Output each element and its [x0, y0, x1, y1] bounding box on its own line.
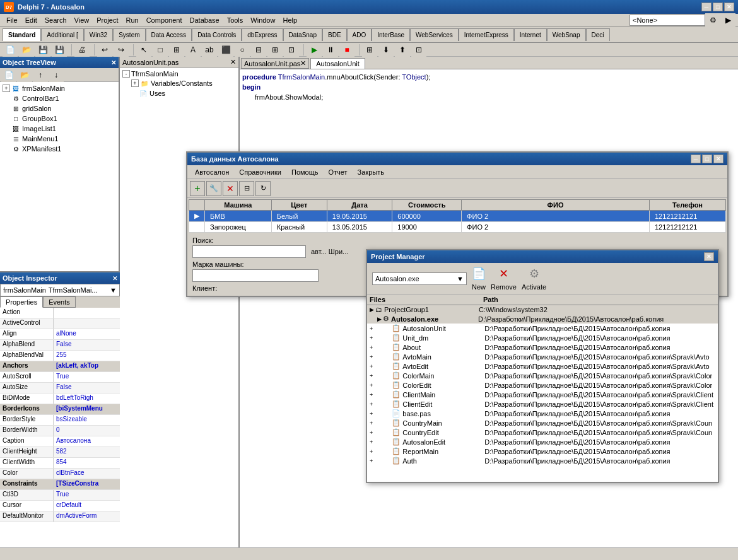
pm-file-expand-0[interactable]: + [370, 325, 373, 332]
pm-file-expand-5[interactable]: + [370, 373, 373, 379]
menu-run[interactable]: Run [122, 15, 142, 25]
tree-item-frmsalonmain[interactable]: + 🖼 frmSalonMain [1, 83, 117, 93]
menu-component[interactable]: Component [143, 15, 186, 25]
db-add-btn[interactable]: + [190, 181, 205, 196]
redo-btn[interactable]: ↪ [114, 43, 129, 57]
mirror-btn[interactable]: ⊞ [267, 43, 283, 57]
db-edit-btn[interactable]: 🔧 [206, 181, 221, 196]
pm-file-item-6[interactable]: +📋ColorEditD:\Разработки\Прикладное\БД\2… [367, 380, 718, 390]
pm-file-expand-2[interactable]: + [370, 344, 373, 351]
pm-close-btn[interactable]: ✕ [704, 252, 714, 261]
pm-file-item-7[interactable]: +📋ClientMainD:\Разработки\Прикладное\БД\… [367, 390, 718, 399]
db-nav-btn[interactable]: авт... Шри... [311, 248, 348, 255]
table-row-1[interactable]: Запорожец Красный 13.05.2015 19000 ФИО 2… [189, 222, 726, 233]
pm-file-expand-6[interactable]: + [370, 382, 373, 388]
pm-file-item-9[interactable]: +📄base.pasD:\Разработки\Прикладное\БД\20… [367, 409, 718, 418]
tab-dbexpress[interactable]: dbExpress [242, 28, 283, 41]
pm-file-item-10[interactable]: +📋CountryMainD:\Разработки\Прикладное\БД… [367, 418, 718, 428]
pm-file-item-4[interactable]: +📋AvtoEditD:\Разработки\Прикладное\БД\20… [367, 361, 718, 371]
pm-file-item-3[interactable]: +📋AvtoMainD:\Разработки\Прикладное\БД\20… [367, 352, 718, 361]
file-close-btn[interactable]: ✕ [300, 59, 306, 67]
inspector-combo-arrow[interactable]: ▼ [110, 286, 117, 294]
pm-exe-expand[interactable]: ▶ [377, 316, 382, 322]
tab-data-access[interactable]: Data Access [146, 28, 192, 41]
menu-view[interactable]: View [71, 15, 93, 25]
treeview-open-btn[interactable]: 📂 [17, 68, 32, 82]
pm-file-expand-11[interactable]: + [370, 429, 373, 436]
pm-file-expand-12[interactable]: + [370, 439, 373, 445]
db-menu-zakrit[interactable]: Закрыть [353, 167, 389, 177]
tab-datasnap[interactable]: DataSnap [283, 28, 322, 41]
th-mashina[interactable]: Машина [205, 200, 272, 211]
minimize-button[interactable]: ─ [701, 3, 712, 11]
ct-frmsalonmain[interactable]: - TfrmSalonMain [121, 69, 237, 78]
pm-file-item-11[interactable]: +📋CountryEditD:\Разработки\Прикладное\БД… [367, 428, 718, 437]
pm-file-expand-14[interactable]: + [370, 458, 373, 464]
step-into-btn[interactable]: ⬇ [378, 43, 394, 57]
pm-file-expand-13[interactable]: + [370, 448, 373, 455]
db-search-input[interactable] [192, 245, 306, 258]
tab-websnap[interactable]: WebSnap [547, 28, 586, 41]
save-btn[interactable]: 💾 [35, 43, 50, 57]
pm-project-combo[interactable]: Autosalon.exe ▼ [372, 272, 467, 285]
pm-btn-remove[interactable]: ✕ Remove [491, 267, 517, 291]
menu-search[interactable]: Search [41, 15, 71, 25]
ct-uses[interactable]: 📄 Uses [121, 88, 237, 98]
pm-file-expand-9[interactable]: + [370, 411, 373, 417]
code-tree-close[interactable]: ✕ [230, 58, 236, 66]
db-refresh-btn[interactable]: ↻ [255, 181, 271, 196]
tab-webservices[interactable]: WebServices [410, 28, 459, 41]
tree-item-gridsalon[interactable]: ⊞ gridSalon [1, 103, 117, 114]
menu-edit[interactable]: Edit [21, 15, 41, 25]
tree-item-mainmenu1[interactable]: ☰ MainMenu1 [1, 134, 117, 144]
menu-file[interactable]: File [3, 15, 21, 25]
tab-win32[interactable]: Win32 [84, 28, 113, 41]
pm-file-item-1[interactable]: +📋Unit_dmD:\Разработки\Прикладное\БД\201… [367, 333, 718, 342]
menu-window[interactable]: Window [247, 15, 279, 25]
db-menu-otchet[interactable]: Отчет [323, 167, 352, 177]
tab-data-controls[interactable]: Data Controls [192, 28, 242, 41]
th-data[interactable]: Дата [327, 200, 392, 211]
tree-item-imagelist1[interactable]: 🖼 ImageList1 [1, 124, 117, 134]
pm-item-exe[interactable]: ▶ ⚙ Autosalon.exe D:\Разработки\Прикладн… [367, 314, 718, 324]
ct-expand-1[interactable]: + [131, 79, 139, 87]
menu-project[interactable]: Project [93, 15, 122, 25]
text-btn[interactable]: A [185, 43, 201, 57]
maximize-button[interactable]: □ [713, 3, 723, 11]
tab-properties[interactable]: Properties [0, 296, 43, 308]
new-btn[interactable]: 📄 [3, 43, 18, 57]
pm-file-expand-7[interactable]: + [370, 392, 373, 398]
pm-file-expand-8[interactable]: + [370, 401, 373, 407]
pause-btn[interactable]: ⏸ [323, 43, 338, 57]
db-menu-autosalon[interactable]: Автосалон [190, 167, 234, 177]
expand-icon[interactable]: + [3, 85, 10, 92]
stop-btn[interactable]: ■ [339, 43, 354, 57]
tree-item-xpmanifest1[interactable]: ⚙ XPManifest1 [1, 144, 117, 154]
print-btn[interactable]: 🖨 [74, 43, 90, 57]
db-filter-btn[interactable]: ⊟ [239, 181, 254, 196]
pm-file-item-8[interactable]: +📋ClientEditD:\Разработки\Прикладное\БД\… [367, 399, 718, 409]
create-template-btn[interactable]: ⬛ [218, 43, 233, 57]
step-over-btn[interactable]: ⊞ [362, 43, 377, 57]
step-out-btn[interactable]: ⬆ [395, 43, 410, 57]
tab-deci[interactable]: Deci [586, 28, 610, 41]
tab-standard[interactable]: Standard [3, 28, 41, 41]
env-options-btn[interactable]: ⚙ [705, 13, 720, 27]
pm-file-expand-1[interactable]: + [370, 335, 373, 341]
pm-file-item-13[interactable]: +📋ReportMainD:\Разработки\Прикладное\БД\… [367, 446, 718, 456]
tab-bde[interactable]: BDE [322, 28, 347, 41]
tree-item-controlbar1[interactable]: ⚙ ControlBar1 [1, 93, 117, 103]
pm-file-expand-3[interactable]: + [370, 354, 373, 360]
pm-group-expand[interactable]: ▶ [370, 306, 374, 313]
inspector-close[interactable]: ✕ [112, 275, 117, 282]
treeview-down-btn[interactable]: ↓ [49, 68, 64, 82]
tab-additional[interactable]: Additional [ [41, 28, 83, 41]
db-menu-spravochniki[interactable]: Справочники [234, 167, 286, 177]
run-to-cursor-btn[interactable]: ⊡ [411, 43, 426, 57]
nav-btn[interactable]: ▶ [720, 13, 735, 27]
select-btn[interactable]: ⊞ [169, 43, 184, 57]
menu-database[interactable]: Database [186, 15, 223, 25]
db-delete-btn[interactable]: ✕ [223, 181, 238, 196]
tab-internetexpress[interactable]: InternetExpress [459, 28, 514, 41]
th-cvet[interactable]: Цвет [271, 200, 327, 211]
